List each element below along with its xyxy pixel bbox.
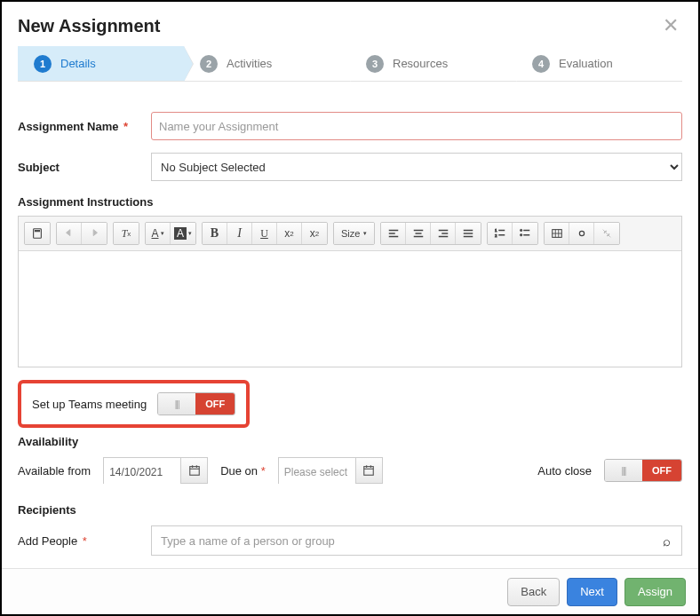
step-details[interactable]: 1 Details [18,46,184,81]
svg-point-18 [521,229,522,231]
undo-icon[interactable] [57,223,82,244]
close-icon[interactable]: ✕ [659,14,682,37]
link-icon[interactable] [569,223,594,244]
superscript-icon[interactable]: x2 [302,223,327,244]
align-right-icon[interactable] [431,223,456,244]
toggle-grip-icon: ||| [605,460,642,481]
svg-text:2: 2 [495,233,497,238]
step-resources[interactable]: 3 Resources [350,46,516,81]
label-auto-close: Auto close [537,464,592,478]
underline-icon[interactable]: U [252,223,277,244]
svg-text:1: 1 [495,228,497,233]
due-on-field[interactable] [278,457,383,484]
assign-button[interactable]: Assign [624,578,686,606]
available-from-field[interactable] [103,457,208,484]
available-from-input[interactable] [104,458,180,486]
label-availability: Availability [18,435,682,448]
step-num: 1 [34,55,52,73]
svg-rect-34 [370,465,371,468]
step-num: 4 [532,55,550,73]
rich-text-editor: Tx A▾ A▾ B I U x2 x2 Size▾ [18,216,682,367]
wizard-stepper: 1 Details 2 Activities 3 Resources 4 Eva… [18,46,682,82]
step-evaluation[interactable]: 4 Evaluation [516,46,682,81]
step-label: Evaluation [559,57,613,70]
modal-header: New Assignment ✕ [18,14,682,37]
add-people-input[interactable] [152,526,651,555]
step-label: Details [60,57,96,70]
modal-footer: Back Next Assign [2,568,698,614]
next-button[interactable]: Next [567,578,617,606]
svg-rect-1 [35,231,39,232]
modal-title: New Assignment [18,16,160,36]
subject-select[interactable]: No Subject Selected [151,153,682,181]
svg-rect-27 [189,467,199,476]
search-icon[interactable]: ⌕ [651,526,681,555]
step-num: 3 [366,55,384,73]
redo-icon[interactable] [82,223,107,244]
subscript-icon[interactable]: x2 [277,223,302,244]
bold-icon[interactable]: B [203,223,227,244]
step-label: Resources [393,57,448,70]
auto-close-toggle[interactable]: ||| OFF [604,459,682,482]
list-bullet-icon[interactable] [513,223,537,244]
back-button[interactable]: Back [507,578,560,606]
svg-point-19 [521,234,522,236]
svg-rect-29 [192,465,193,468]
step-label: Activities [227,57,272,70]
step-activities[interactable]: 2 Activities [184,46,350,81]
clear-format-icon[interactable]: Tx [114,223,139,244]
svg-rect-31 [364,467,374,476]
editor-toolbar: Tx A▾ A▾ B I U x2 x2 Size▾ [19,217,681,251]
svg-rect-33 [366,465,367,468]
list-ordered-icon[interactable]: 12 [488,223,513,244]
due-on-input[interactable] [279,458,355,486]
table-icon[interactable] [545,223,569,244]
align-justify-icon[interactable] [456,223,481,244]
label-assignment-name: Assignment Name * [18,120,151,133]
toggle-state: OFF [195,393,235,415]
editor-body[interactable] [19,251,681,367]
teams-meeting-highlight: Set up Teams meeting ||| OFF [18,380,250,428]
bg-color-icon[interactable]: A▾ [171,223,195,244]
svg-rect-30 [195,465,196,468]
toggle-grip-icon: ||| [158,393,195,415]
text-color-icon[interactable]: A▾ [146,223,171,244]
align-left-icon[interactable] [381,223,406,244]
label-subject: Subject [18,161,151,174]
unlink-icon[interactable] [594,223,619,244]
add-people-field[interactable]: ⌕ [151,525,682,556]
calendar-icon[interactable] [355,458,382,483]
align-center-icon[interactable] [406,223,431,244]
paste-icon[interactable] [25,223,50,244]
label-instructions: Assignment Instructions [18,195,682,209]
font-size-select[interactable]: Size▾ [334,223,374,244]
italic-icon[interactable]: I [227,223,252,244]
label-add-people: Add People * [18,534,151,548]
calendar-icon[interactable] [180,458,207,483]
label-recipients: Recipients [18,503,682,517]
label-due-on: Due on * [220,464,266,478]
label-available-from: Available from [18,464,91,478]
toggle-state: OFF [642,460,681,481]
teams-label: Set up Teams meeting [32,398,147,411]
teams-toggle[interactable]: ||| OFF [157,392,235,415]
step-num: 2 [200,55,218,73]
assignment-name-input[interactable] [151,112,682,140]
